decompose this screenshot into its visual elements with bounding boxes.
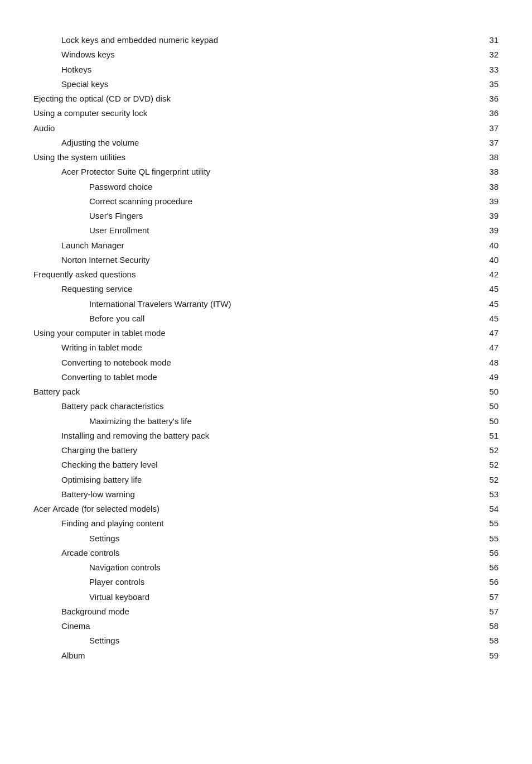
toc-entry-page: 39 xyxy=(482,224,499,237)
toc-entry-page: 47 xyxy=(482,326,499,339)
toc-entry-page: 35 xyxy=(482,78,499,90)
toc-entry-title: Acer Protector Suite QL fingerprint util… xyxy=(33,165,482,178)
toc-entry-page: 45 xyxy=(482,297,499,310)
toc-entry-page: 56 xyxy=(482,575,499,588)
table-of-contents: Lock keys and embedded numeric keypad31W… xyxy=(33,22,499,662)
toc-entry-title: Windows keys xyxy=(33,48,482,61)
toc-entry-page: 39 xyxy=(482,209,499,222)
toc-entry-title: Launch Manager xyxy=(33,239,482,252)
toc-entry: Battery pack50 xyxy=(33,385,499,398)
toc-entry: Frequently asked questions42 xyxy=(33,268,499,281)
toc-entry-title: Requesting service xyxy=(33,282,482,295)
toc-entry-title: Settings xyxy=(33,532,482,545)
toc-entry: Special keys35 xyxy=(33,78,499,90)
toc-entry-title: Using your computer in tablet mode xyxy=(33,326,482,339)
toc-entry-page: 51 xyxy=(482,429,499,442)
toc-entry-page: 53 xyxy=(482,488,499,501)
toc-entry-page: 37 xyxy=(482,136,499,149)
toc-entry: Lock keys and embedded numeric keypad31 xyxy=(33,33,499,46)
toc-entry: Checking the battery level52 xyxy=(33,458,499,471)
toc-entry-title: Settings xyxy=(33,634,482,647)
toc-entry: Using the system utilities38 xyxy=(33,151,499,164)
toc-entry: Windows keys32 xyxy=(33,48,499,61)
toc-entry-page: 31 xyxy=(482,33,499,46)
toc-entry-title: Writing in tablet mode xyxy=(33,341,482,354)
toc-entry: Using your computer in tablet mode47 xyxy=(33,326,499,339)
toc-entry-title: Correct scanning procedure xyxy=(33,195,482,208)
toc-entry-page: 52 xyxy=(482,458,499,471)
toc-entry: Installing and removing the battery pack… xyxy=(33,429,499,442)
toc-entry: Using a computer security lock36 xyxy=(33,107,499,119)
toc-entry: Background mode57 xyxy=(33,605,499,618)
toc-entry-page: 50 xyxy=(482,385,499,398)
toc-entry-page: 42 xyxy=(482,268,499,281)
toc-entry-title: Arcade controls xyxy=(33,546,482,559)
toc-entry: Settings55 xyxy=(33,532,499,545)
toc-entry-page: 36 xyxy=(482,92,499,105)
toc-entry: Virtual keyboard57 xyxy=(33,590,499,603)
toc-entry: Requesting service45 xyxy=(33,282,499,295)
toc-entry-page: 56 xyxy=(482,546,499,559)
toc-entry-title: Cinema xyxy=(33,619,482,632)
toc-entry: Finding and playing content55 xyxy=(33,517,499,530)
toc-entry-page: 40 xyxy=(482,253,499,266)
toc-entry-page: 52 xyxy=(482,473,499,486)
toc-entry: Charging the battery52 xyxy=(33,444,499,457)
toc-entry: Battery-low warning53 xyxy=(33,488,499,501)
toc-entry-page: 39 xyxy=(482,195,499,208)
toc-entry-title: International Travelers Warranty (ITW) xyxy=(33,297,482,310)
toc-entry-title: Battery-low warning xyxy=(33,488,482,501)
toc-entry: Password choice38 xyxy=(33,180,499,193)
toc-entry-page: 57 xyxy=(482,590,499,603)
toc-entry-page: 57 xyxy=(482,605,499,618)
toc-entry-title: Finding and playing content xyxy=(33,517,482,530)
toc-entry-page: 47 xyxy=(482,341,499,354)
toc-entry-title: Using the system utilities xyxy=(33,151,482,164)
toc-entry-title: Before you call xyxy=(33,312,482,325)
toc-entry: Writing in tablet mode47 xyxy=(33,341,499,354)
toc-entry: Ejecting the optical (CD or DVD) disk36 xyxy=(33,92,499,105)
toc-entry-title: Optimising battery life xyxy=(33,473,482,486)
toc-entry-page: 55 xyxy=(482,517,499,530)
toc-entry-page: 58 xyxy=(482,619,499,632)
toc-entry-title: Background mode xyxy=(33,605,482,618)
toc-entry-title: Battery pack xyxy=(33,385,482,398)
toc-entry-page: 38 xyxy=(482,180,499,193)
toc-entry: Correct scanning procedure39 xyxy=(33,195,499,208)
toc-entry-page: 50 xyxy=(482,400,499,412)
toc-entry-title: Hotkeys xyxy=(33,63,482,76)
toc-entry-title: Virtual keyboard xyxy=(33,590,482,603)
toc-entry-title: Maximizing the battery's life xyxy=(33,415,482,427)
toc-entry-page: 32 xyxy=(482,48,499,61)
toc-entry-title: Charging the battery xyxy=(33,444,482,457)
toc-entry-page: 55 xyxy=(482,532,499,545)
toc-entry: User's Fingers39 xyxy=(33,209,499,222)
toc-entry-title: User Enrollment xyxy=(33,224,482,237)
toc-entry: Launch Manager40 xyxy=(33,239,499,252)
toc-entry-title: Norton Internet Security xyxy=(33,253,482,266)
toc-entry: International Travelers Warranty (ITW)45 xyxy=(33,297,499,310)
toc-entry-page: 49 xyxy=(482,371,499,383)
toc-entry: Converting to notebook mode48 xyxy=(33,356,499,369)
toc-entry: Battery pack characteristics50 xyxy=(33,400,499,412)
toc-entry-page: 40 xyxy=(482,239,499,252)
toc-entry-title: Navigation controls xyxy=(33,561,482,574)
toc-entry: Hotkeys33 xyxy=(33,63,499,76)
toc-entry: Cinema58 xyxy=(33,619,499,632)
toc-entry-title: Using a computer security lock xyxy=(33,107,482,119)
toc-entry-title: Installing and removing the battery pack xyxy=(33,429,482,442)
toc-entry-title: Converting to tablet mode xyxy=(33,371,482,383)
toc-entry-title: Acer Arcade (for selected models) xyxy=(33,502,482,515)
toc-entry: Converting to tablet mode49 xyxy=(33,371,499,383)
toc-entry-title: Frequently asked questions xyxy=(33,268,482,281)
toc-entry-page: 54 xyxy=(482,502,499,515)
toc-entry-title: Password choice xyxy=(33,180,482,193)
toc-entry-page: 36 xyxy=(482,107,499,119)
toc-entry-page: 45 xyxy=(482,312,499,325)
toc-entry-page: 59 xyxy=(482,649,499,662)
toc-entry-title: Special keys xyxy=(33,78,482,90)
toc-entry-title: User's Fingers xyxy=(33,209,482,222)
toc-entry-page: 52 xyxy=(482,444,499,457)
toc-entry-title: Lock keys and embedded numeric keypad xyxy=(33,33,482,46)
toc-entry: User Enrollment39 xyxy=(33,224,499,237)
